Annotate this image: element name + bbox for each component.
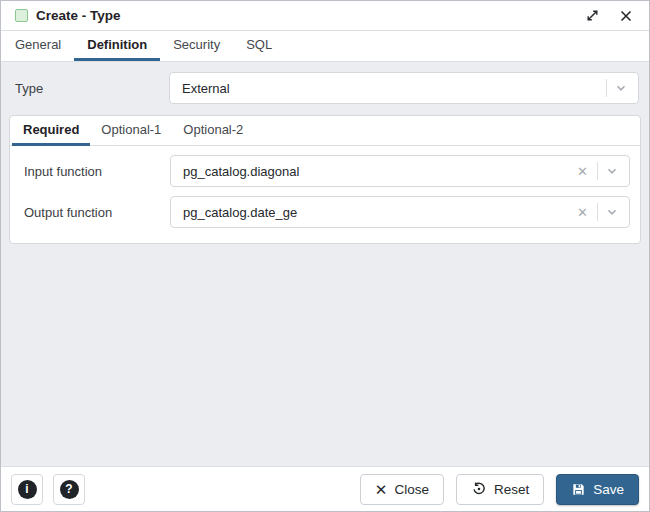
output-function-select[interactable]: pg_catalog.date_ge ✕ <box>170 196 630 228</box>
save-icon <box>571 482 586 497</box>
dialog-titlebar: Create - Type <box>1 1 649 31</box>
clear-icon[interactable]: ✕ <box>573 164 592 179</box>
help-icon: ? <box>60 480 79 499</box>
definition-panel: Required Optional-1 Optional-2 Input fun… <box>9 115 641 244</box>
close-icon[interactable] <box>617 7 635 25</box>
output-function-label: Output function <box>24 205 170 220</box>
dialog-tabbar: General Definition Security SQL <box>1 31 649 62</box>
dialog-title: Create - Type <box>36 8 121 23</box>
chevron-down-icon[interactable] <box>612 81 630 95</box>
dialog-footer: i ? ✕ Close Reset <box>1 466 649 511</box>
subtab-optional-1[interactable]: Optional-1 <box>90 116 172 146</box>
close-button-label: Close <box>394 482 429 497</box>
info-icon: i <box>18 480 37 499</box>
save-button[interactable]: Save <box>556 474 639 505</box>
reset-button[interactable]: Reset <box>456 474 544 505</box>
clear-icon[interactable]: ✕ <box>573 205 592 220</box>
maximize-icon[interactable] <box>583 7 601 25</box>
tab-security[interactable]: Security <box>160 31 233 61</box>
type-selected-value: External <box>182 81 601 96</box>
footer-actions: ✕ Close Reset <box>360 474 639 505</box>
reset-button-label: Reset <box>494 482 529 497</box>
input-function-select[interactable]: pg_catalog.diagonal ✕ <box>170 155 630 187</box>
reset-icon <box>471 481 487 497</box>
tab-definition[interactable]: Definition <box>74 31 160 61</box>
info-button[interactable]: i <box>11 474 43 505</box>
type-row: Type External <box>9 72 641 104</box>
close-x-icon: ✕ <box>375 482 388 497</box>
window-controls <box>583 7 635 25</box>
dialog-body: Type External Required Optional-1 Option… <box>1 62 649 466</box>
tab-general[interactable]: General <box>2 31 74 61</box>
subtab-required[interactable]: Required <box>12 116 90 146</box>
save-button-label: Save <box>593 482 624 497</box>
type-object-icon <box>15 9 28 22</box>
chevron-down-icon[interactable] <box>603 164 621 178</box>
chevron-down-icon[interactable] <box>603 205 621 219</box>
definition-subtabs: Required Optional-1 Optional-2 <box>10 116 640 146</box>
create-type-dialog: Create - Type General Definition Securit… <box>0 0 650 512</box>
input-function-label: Input function <box>24 164 170 179</box>
type-label: Type <box>15 81 169 96</box>
input-function-value: pg_catalog.diagonal <box>183 164 573 179</box>
subtab-optional-2[interactable]: Optional-2 <box>172 116 254 146</box>
tab-sql[interactable]: SQL <box>233 31 285 61</box>
output-function-row: Output function pg_catalog.date_ge ✕ <box>24 196 630 228</box>
input-function-row: Input function pg_catalog.diagonal ✕ <box>24 155 630 187</box>
type-select[interactable]: External <box>169 72 639 104</box>
help-button[interactable]: ? <box>53 474 85 505</box>
close-button[interactable]: ✕ Close <box>360 474 444 505</box>
output-function-value: pg_catalog.date_ge <box>183 205 573 220</box>
